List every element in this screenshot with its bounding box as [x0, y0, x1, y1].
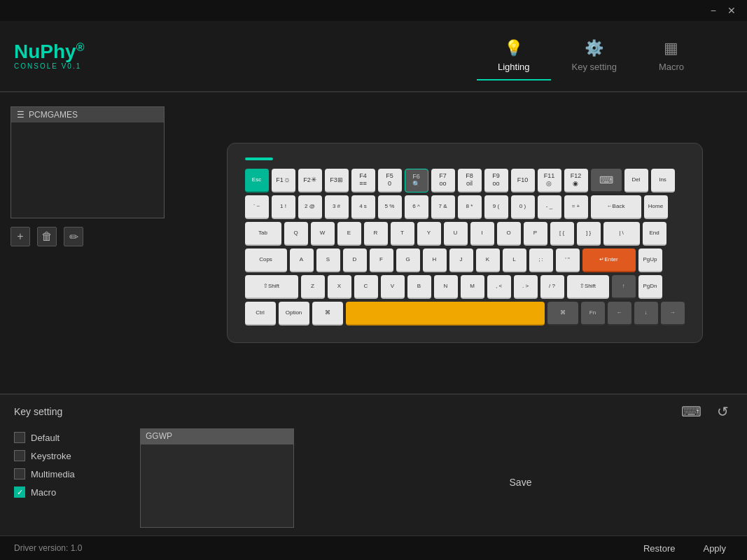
key-g[interactable]: G: [396, 248, 420, 272]
key-3[interactable]: 3 #: [325, 195, 349, 219]
key-d[interactable]: D: [343, 248, 367, 272]
key-f1[interactable]: F1☼: [272, 169, 295, 192]
key-0[interactable]: 0 ): [511, 195, 535, 219]
key-f11[interactable]: F11◎: [538, 169, 561, 192]
key-f4[interactable]: F4≡≡: [351, 169, 375, 192]
key-e[interactable]: E: [337, 222, 361, 246]
key-rbracket[interactable]: ] }: [577, 222, 601, 246]
keyboard-layout-button[interactable]: ⌨: [677, 402, 706, 421]
key-rcmd[interactable]: ⌘: [547, 302, 578, 326]
key-1[interactable]: 1 !: [272, 195, 295, 219]
key-slash[interactable]: / ?: [540, 275, 564, 299]
key-p[interactable]: P: [524, 222, 547, 246]
key-j[interactable]: J: [449, 248, 473, 272]
key-home[interactable]: Home: [644, 195, 668, 219]
key-left[interactable]: ←: [608, 302, 631, 326]
key-f7[interactable]: F7oo: [431, 169, 455, 192]
key-m[interactable]: M: [461, 275, 484, 299]
key-backspace[interactable]: ←Back: [591, 195, 641, 219]
key-s[interactable]: S: [316, 248, 340, 272]
key-f5[interactable]: F50: [378, 169, 402, 192]
key-4[interactable]: 4 s: [351, 195, 375, 219]
tab-lighting[interactable]: 💡 Lighting: [477, 32, 551, 80]
key-semicolon[interactable]: ; :: [529, 248, 553, 272]
key-n[interactable]: N: [434, 275, 458, 299]
key-equal[interactable]: = +: [564, 195, 588, 219]
key-comma[interactable]: , <: [487, 275, 511, 299]
key-enter[interactable]: ↵Enter: [582, 248, 636, 272]
key-v[interactable]: V: [381, 275, 405, 299]
key-u[interactable]: U: [444, 222, 468, 246]
checkbox-default[interactable]: [14, 432, 25, 443]
key-screenshot[interactable]: ⌨: [591, 169, 622, 192]
key-down[interactable]: ↓: [634, 302, 658, 326]
minimize-button[interactable]: −: [705, 4, 722, 18]
key-tab[interactable]: Tab: [245, 222, 281, 246]
key-9[interactable]: 9 (: [484, 195, 508, 219]
key-b[interactable]: B: [407, 275, 431, 299]
key-fn[interactable]: Fn: [581, 302, 605, 326]
close-button[interactable]: ✕: [722, 4, 741, 18]
key-6[interactable]: 6 ^: [405, 195, 428, 219]
key-c[interactable]: C: [354, 275, 378, 299]
key-f6[interactable]: F6🔍: [405, 169, 428, 192]
key-quote[interactable]: ' ": [556, 248, 580, 272]
key-esc[interactable]: Esc: [245, 169, 269, 192]
key-q[interactable]: Q: [284, 222, 308, 246]
key-rshift[interactable]: ⇧Shift: [567, 275, 609, 299]
restore-button[interactable]: Restore: [636, 540, 683, 556]
key-minus[interactable]: - _: [538, 195, 561, 219]
key-caps[interactable]: Cops: [245, 248, 287, 272]
key-i[interactable]: I: [470, 222, 494, 246]
add-profile-button[interactable]: +: [11, 227, 30, 246]
key-space[interactable]: [346, 302, 545, 326]
key-period[interactable]: . >: [514, 275, 538, 299]
checkbox-multimedia[interactable]: [14, 468, 25, 479]
tab-macro[interactable]: ▦ Macro: [638, 32, 705, 80]
key-f8[interactable]: F8oil: [458, 169, 482, 192]
key-del[interactable]: Del: [624, 169, 648, 192]
key-a[interactable]: A: [290, 248, 314, 272]
key-x[interactable]: X: [328, 275, 351, 299]
key-right[interactable]: →: [661, 302, 685, 326]
key-lcmd[interactable]: ⌘: [312, 302, 343, 326]
key-ins[interactable]: Ins: [651, 169, 675, 192]
key-7[interactable]: 7 &: [431, 195, 455, 219]
key-lshift[interactable]: ⇧Shift: [245, 275, 298, 299]
key-f12[interactable]: F12◉: [564, 169, 588, 192]
key-grave[interactable]: ` ~: [245, 195, 269, 219]
key-t[interactable]: T: [391, 222, 414, 246]
key-f2[interactable]: F2✳: [298, 169, 322, 192]
key-z[interactable]: Z: [301, 275, 325, 299]
key-l[interactable]: L: [503, 248, 526, 272]
key-f9[interactable]: F9oo: [484, 169, 508, 192]
apply-button[interactable]: Apply: [696, 540, 733, 556]
key-f10[interactable]: F10: [511, 169, 535, 192]
key-2[interactable]: 2 @: [298, 195, 322, 219]
edit-profile-button[interactable]: ✏: [64, 227, 83, 246]
key-r[interactable]: R: [364, 222, 388, 246]
tab-keysetting[interactable]: ⚙️ Key setting: [551, 32, 638, 80]
save-button[interactable]: Save: [496, 471, 546, 493]
key-8[interactable]: 8 *: [458, 195, 482, 219]
key-pgup[interactable]: PgUp: [638, 248, 662, 272]
key-5[interactable]: 5 %: [378, 195, 402, 219]
key-end[interactable]: End: [643, 222, 666, 246]
key-w[interactable]: W: [311, 222, 335, 246]
key-option[interactable]: Option: [279, 302, 309, 326]
key-k[interactable]: K: [476, 248, 500, 272]
key-up[interactable]: ↑: [612, 275, 636, 299]
key-f[interactable]: F: [370, 248, 393, 272]
checkbox-macro[interactable]: [14, 486, 25, 498]
key-lbracket[interactable]: [ {: [550, 222, 574, 246]
checkbox-keystroke[interactable]: [14, 450, 25, 461]
key-pgdn[interactable]: PgDn: [638, 275, 662, 299]
key-f3[interactable]: F3⊞: [325, 169, 349, 192]
key-backslash[interactable]: | \: [603, 222, 640, 246]
key-ctrl[interactable]: Ctrl: [245, 302, 276, 326]
key-h[interactable]: H: [423, 248, 447, 272]
key-y[interactable]: Y: [417, 222, 441, 246]
key-o[interactable]: O: [497, 222, 521, 246]
reset-button[interactable]: ↺: [713, 402, 733, 421]
delete-profile-button[interactable]: 🗑: [37, 227, 57, 246]
